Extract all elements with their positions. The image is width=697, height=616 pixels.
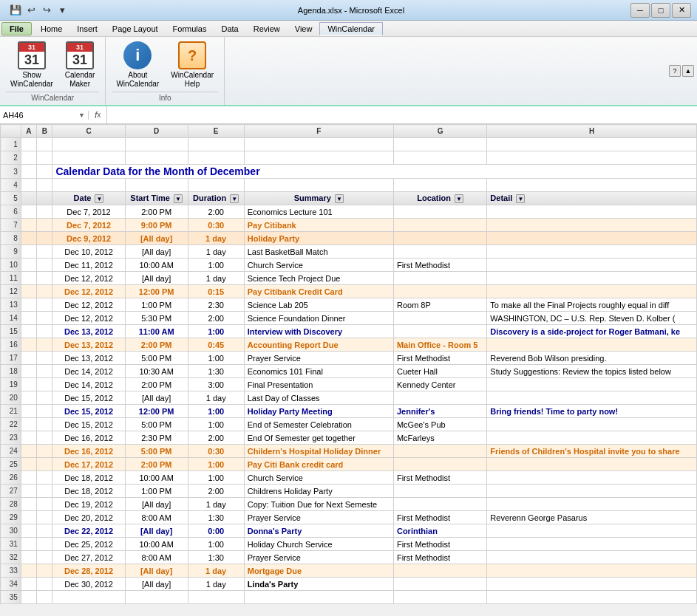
content-wrapper: A B C D E F G H 1 [0, 124, 697, 616]
row-num: 12 [1, 285, 21, 298]
spreadsheet-scroll[interactable]: A B C D E F G H 1 [0, 124, 697, 616]
table-row: 17 Dec 13, 2012 5:00 PM 1:00 Prayer Serv… [1, 352, 697, 365]
menu-wincalendar[interactable]: WinCalendar [319, 22, 383, 35]
table-row: 28 Dec 19, 2012 [All day] 1 day Copy: Tu… [1, 498, 697, 511]
app-title: Agenda.xlsx - Microsoft Excel [72, 6, 630, 15]
table-row: 3 Calendar Data for the Month of Decembe… [1, 165, 697, 179]
menu-view[interactable]: View [288, 23, 320, 35]
calendar-maker-label: CalendarMaker [65, 71, 95, 89]
info-section-label: Info [112, 92, 218, 102]
row-num: 1 [1, 138, 21, 151]
table-row: 11 Dec 12, 2012 [All day] 1 day Science … [1, 272, 697, 285]
table-row: 20 Dec 15, 2012 [All day] 1 day Last Day… [1, 391, 697, 405]
row-num: 7 [1, 219, 21, 232]
table-row: 31 Dec 25, 2012 10:00 AM 1:00 Holiday Ch… [1, 538, 697, 551]
menu-data[interactable]: Data [214, 23, 245, 35]
cell-reference: AH46 [3, 111, 75, 120]
row-num: 28 [1, 498, 21, 511]
row-num: 13 [1, 298, 21, 312]
table-row: 6 Dec 7, 2012 2:00 PM 2:00 Economics Lec… [1, 205, 697, 219]
customize-icon[interactable]: ▾ [55, 4, 69, 17]
filter-duration-icon[interactable]: ▼ [230, 194, 239, 203]
row-num: 30 [1, 524, 21, 538]
row-num: 15 [1, 325, 21, 338]
row-num: 18 [1, 365, 21, 378]
save-icon[interactable]: 💾 [9, 4, 22, 17]
help-icon: ? [178, 41, 206, 69]
row-num: 20 [1, 391, 21, 405]
ribbon: 31 31 ShowWinCalendar 31 31 CalendarMake… [0, 37, 697, 106]
row-num: 34 [1, 578, 21, 591]
spreadsheet: A B C D E F G H 1 [0, 124, 697, 604]
calendar-icon-1: 31 31 [18, 41, 46, 69]
col-header-b: B [37, 125, 52, 138]
col-header-g: G [393, 125, 486, 138]
table-row: 16 Dec 13, 2012 2:00 PM 0:45 Accounting … [1, 338, 697, 352]
menu-page-layout[interactable]: Page Layout [105, 23, 166, 35]
undo-icon[interactable]: ↩ [24, 4, 38, 17]
table-row: 9 Dec 10, 2012 [All day] 1 day Last Bask… [1, 245, 697, 259]
table-row: 7 Dec 7, 2012 9:00 PM 0:30 Pay Citibank [1, 219, 697, 232]
filter-start-icon[interactable]: ▼ [174, 194, 183, 203]
ribbon-collapse-icon[interactable]: ▲ [682, 65, 694, 77]
maximize-button[interactable]: □ [651, 3, 670, 18]
row-num: 17 [1, 352, 21, 365]
window-controls: ─ □ ✕ [630, 3, 691, 18]
info-icon: i [123, 41, 152, 69]
row-num: 8 [1, 232, 21, 245]
col-header-h: H [487, 125, 697, 138]
table-row: 29 Dec 20, 2012 8:00 AM 1:30 Prayer Serv… [1, 511, 697, 524]
fx-label: fx [89, 106, 107, 123]
menu-review[interactable]: Review [246, 23, 288, 35]
menu-home[interactable]: Home [33, 23, 69, 35]
calendar-maker-button[interactable]: 31 31 CalendarMaker [61, 40, 100, 90]
row-num: 4 [1, 179, 21, 192]
table-row: 32 Dec 27, 2012 8:00 AM 1:30 Prayer Serv… [1, 551, 697, 564]
table-row: 27 Dec 18, 2012 1:00 PM 2:00 Childrens H… [1, 485, 697, 498]
help-question-icon[interactable]: ? [669, 65, 681, 77]
show-wincalendar-button[interactable]: 31 31 ShowWinCalendar [6, 40, 58, 90]
wincalendar-help-button[interactable]: ? WinCalendarHelp [166, 40, 218, 90]
menu-file[interactable]: File [1, 22, 32, 35]
minimize-button[interactable]: ─ [630, 3, 650, 18]
table-row: 35 [1, 591, 697, 604]
redo-icon[interactable]: ↪ [40, 4, 53, 17]
table-row: 12 Dec 12, 2012 12:00 PM 0:15 Pay Citiba… [1, 285, 697, 298]
menu-insert[interactable]: Insert [69, 23, 105, 35]
row-num: 23 [1, 431, 21, 445]
filter-summary-icon[interactable]: ▼ [335, 194, 344, 203]
row-num: 14 [1, 312, 21, 325]
row-num: 19 [1, 378, 21, 391]
col-header-d: D [125, 125, 188, 138]
table-row: 21 Dec 15, 2012 12:00 PM 1:00 Holiday Pa… [1, 405, 697, 418]
column-header-row: A B C D E F G H [1, 125, 697, 138]
ribbon-section-info: i AboutWinCalendar ? WinCalendarHelp Inf… [106, 37, 225, 105]
wincalendar-help-label: WinCalendarHelp [171, 71, 214, 89]
filter-date-icon[interactable]: ▼ [95, 194, 103, 203]
table-row: 4 [1, 179, 697, 192]
table-row: 30 Dec 22, 2012 [All day] 0:00 Donna's P… [1, 524, 697, 538]
filter-detail-icon[interactable]: ▼ [516, 194, 525, 203]
about-wincalendar-button[interactable]: i AboutWinCalendar [112, 40, 163, 90]
row-num: 9 [1, 245, 21, 259]
filter-location-icon[interactable]: ▼ [455, 194, 463, 203]
table-row: 19 Dec 14, 2012 2:00 PM 3:00 Final Prese… [1, 378, 697, 391]
title-bar: 💾 ↩ ↪ ▾ Agenda.xlsx - Microsoft Excel ─ … [0, 0, 697, 21]
table-row: 34 Dec 30, 2012 [All day] 1 day Linda's … [1, 578, 697, 591]
name-box[interactable]: AH46 ▼ [0, 111, 89, 120]
row-num: 5 [1, 192, 21, 205]
row-num: 11 [1, 272, 21, 285]
table-row: 13 Dec 12, 2012 1:00 PM 2:30 Science Lab… [1, 298, 697, 312]
table-row: 8 Dec 9, 2012 [All day] 1 day Holiday Pa… [1, 232, 697, 245]
close-button[interactable]: ✕ [672, 3, 691, 18]
table-row: 10 Dec 11, 2012 10:00 AM 1:00 Church Ser… [1, 259, 697, 272]
row-num: 27 [1, 485, 21, 498]
row-num: 25 [1, 458, 21, 471]
row-num: 26 [1, 471, 21, 485]
row-num: 6 [1, 205, 21, 219]
row-num: 24 [1, 445, 21, 458]
col-header-e: E [188, 125, 244, 138]
ribbon-right-icons: ? ▲ [666, 37, 697, 105]
table-row: 14 Dec 12, 2012 5:30 PM 2:00 Science Fou… [1, 312, 697, 325]
menu-formulas[interactable]: Formulas [166, 23, 214, 35]
